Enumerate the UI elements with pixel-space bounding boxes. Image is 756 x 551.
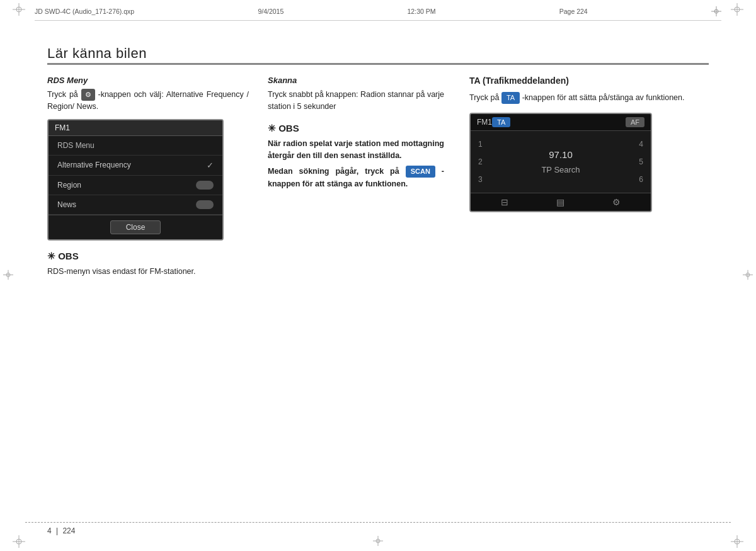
obs-title-mid: ✳ OBS [268, 123, 444, 134]
footer-icon-1: ⊟ [501, 197, 508, 207]
ta-button-inline: TA [501, 92, 520, 104]
ta-badge: TA [492, 117, 510, 127]
screen-menu-item-alt-freq: Alternative Frequency ✓ [49, 156, 222, 176]
screen-title-bar: FM1 [49, 120, 222, 136]
screen-close-area: Close [49, 215, 222, 239]
footer-icon-3: ⚙ [612, 197, 621, 207]
rds-meny-body: Tryck på ⚙ -knappen och välj: Alternativ… [47, 89, 249, 113]
crosshair-right-icon [743, 270, 753, 281]
rds-screen-mockup: FM1 RDS Menu Alternative Frequency ✓ Reg… [47, 119, 224, 241]
mid-column: Skanna Tryck snabbt på knappen: Radion s… [261, 76, 457, 513]
bottom-dashed-line [25, 522, 731, 523]
left-column: RDS Meny Tryck på ⚙ -knappen och välj: A… [47, 76, 261, 513]
crosshair-left-icon [3, 270, 13, 281]
obs-title-left: ✳ OBS [47, 251, 249, 262]
ta-screen-footer: ⊟ ▤ ⚙ [471, 193, 651, 211]
ta-screen-body: 1 2 3 97.10 TP Search 4 5 6 [471, 131, 651, 193]
ta-body: Tryck på TA -knappen för att sätta på/st… [469, 92, 709, 104]
ta-screen-fm-label: FM1 [477, 118, 492, 127]
checkmark-icon: ✓ [207, 161, 214, 170]
ta-search-text: TP Search [541, 165, 580, 174]
screen-fm-label: FM1 [55, 123, 70, 132]
region-toggle [196, 181, 214, 190]
news-toggle [196, 200, 214, 209]
ta-left-nums: 1 2 3 [471, 137, 502, 186]
ta-screen-mockup: FM1 TA AF 1 2 3 97.10 TP Search 4 5 [469, 113, 652, 212]
crosshair-bottom-icon [373, 536, 383, 548]
print-date: 9/4/2015 [258, 8, 284, 15]
page-number-area: 4 224 [47, 526, 75, 535]
page-num-left: 4 [47, 526, 52, 535]
print-time: 12:30 PM [408, 8, 436, 15]
content-area: RDS Meny Tryck på ⚙ -knappen och välj: A… [47, 76, 709, 513]
obs-body-mid-line1: När radion spelat varje station med mott… [268, 138, 444, 162]
obs-section-left: ✳ OBS RDS-menyn visas endast för FM-stat… [47, 251, 249, 278]
ta-title: TA (Trafikmeddelanden) [469, 76, 709, 86]
rds-meny-title: RDS Meny [47, 76, 249, 85]
af-badge: AF [626, 117, 644, 127]
footer-icon-2: ▤ [556, 197, 564, 207]
print-header: JD SWD-4C (Audio_171-276).qxp 9/4/2015 1… [35, 6, 721, 21]
gear-button-inline: ⚙ [81, 89, 95, 101]
obs-body-left: RDS-menyn visas endast för FM-stationer. [47, 266, 249, 278]
obs-section-mid: ✳ OBS När radion spelat varje station me… [268, 123, 444, 191]
right-column: TA (Trafikmeddelanden) Tryck på TA -knap… [457, 76, 709, 513]
scan-button-inline: SCAN [406, 166, 435, 178]
page-title: Lär känna bilen [47, 45, 147, 62]
screen-menu-item-region: Region [49, 176, 222, 195]
reg-mark-top-right [731, 3, 743, 16]
ta-right-nums: 4 5 6 [619, 137, 651, 186]
skanna-title: Skanna [268, 76, 444, 85]
screen-menu-title: RDS Menu [49, 139, 222, 152]
page-num-separator [57, 528, 57, 535]
ta-screen-header: FM1 TA AF [471, 114, 651, 131]
obs-body-mid-line2: Medan sökning pågår, tryck på SCAN -knap… [268, 166, 444, 190]
skanna-body: Tryck snabbt på knappen: Radion stannar … [268, 89, 444, 113]
page-title-underline [47, 63, 709, 65]
reg-mark-bottom-right [731, 535, 743, 548]
crosshair-top-icon [711, 6, 721, 16]
reg-mark-bottom-left [13, 535, 25, 548]
close-button[interactable]: Close [110, 220, 161, 234]
print-file: JD SWD-4C (Audio_171-276).qxp [35, 8, 134, 15]
print-page: Page 224 [559, 8, 588, 15]
ta-center: 97.10 TP Search [502, 137, 619, 186]
screen-menu-item-news: News [49, 195, 222, 215]
ta-frequency: 97.10 [549, 149, 573, 160]
page-num-right: 224 [62, 526, 75, 535]
reg-mark-top-left [13, 3, 25, 16]
